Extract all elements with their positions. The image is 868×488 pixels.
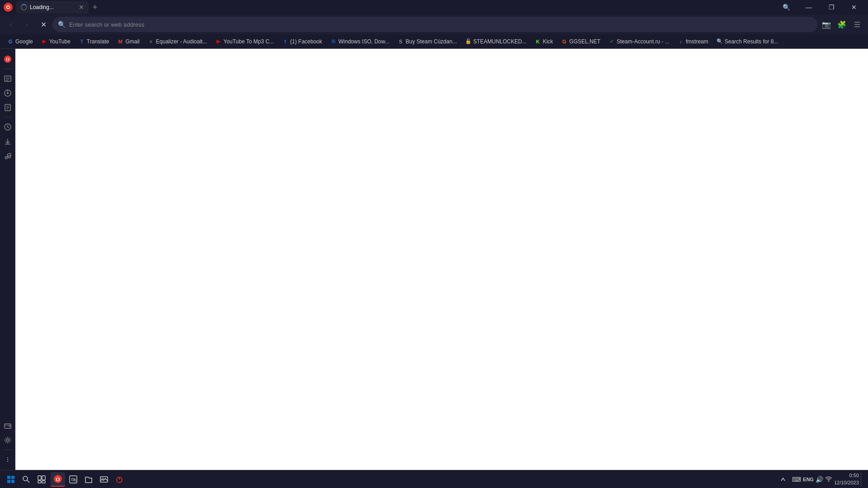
close-button[interactable]: ✕	[844, 0, 864, 14]
svg-text:🛍: 🛍	[71, 477, 76, 482]
sidebar: O	[0, 49, 15, 470]
camera-icon-button[interactable]: 📷	[819, 17, 834, 32]
bookmark-google-label: Google	[15, 38, 33, 45]
back-button[interactable]: ‹	[4, 17, 18, 32]
clock-date: 12/10/2023	[834, 479, 859, 486]
sidebar-music-icon[interactable]	[1, 149, 14, 163]
sidebar-speed-dial-icon[interactable]	[1, 86, 14, 100]
svg-point-46	[828, 480, 829, 481]
bookmark-steam-cuz[interactable]: S Buy Steam Cüzdan...	[394, 38, 460, 46]
taskbar-photos-icon[interactable]	[97, 472, 111, 487]
taskbar-search-button[interactable]	[19, 472, 33, 487]
steam-cuz-favicon: S	[397, 38, 404, 45]
bookmark-steamunlocked[interactable]: 🔓 STEAMUNLOCKED...	[462, 38, 530, 46]
tab-bar: Loading... ✕ +	[14, 1, 774, 14]
address-bar-container: 🔍	[52, 17, 817, 32]
title-bar: O Loading... ✕ + 🔍 — ❐ ✕	[0, 0, 868, 14]
system-tray: ⌨ ENG 🔊 0:50 12/10/2023	[776, 472, 864, 487]
tab-close-button[interactable]: ✕	[79, 4, 84, 11]
sidebar-downloads-icon[interactable]	[1, 135, 14, 148]
svg-rect-35	[42, 476, 45, 480]
sidebar-divider-bottom	[3, 450, 12, 450]
google-favicon: G	[7, 38, 14, 45]
sidebar-settings-icon[interactable]	[1, 433, 14, 447]
bookmark-google[interactable]: G Google	[4, 38, 37, 46]
extensions-button[interactable]: 🧩	[835, 17, 849, 32]
fmstream-favicon: ♪	[678, 38, 684, 45]
bookmark-gmail[interactable]: M Gmail	[113, 38, 143, 46]
content-area	[15, 49, 868, 470]
svg-text:O: O	[56, 476, 60, 483]
clock[interactable]: 0:50 12/10/2023	[834, 472, 859, 486]
taskbar-store-icon[interactable]: 🛍	[66, 472, 80, 487]
bookmark-search-results[interactable]: 🔍 Search Results for 8...	[713, 38, 782, 46]
steam-account-favicon: ✓	[609, 38, 615, 45]
svg-rect-34	[38, 476, 41, 480]
facebook-favicon: f	[282, 38, 288, 45]
tray-keyboard[interactable]: ⌨	[792, 476, 801, 483]
search-button[interactable]: 🔍	[776, 0, 797, 14]
bookmark-facebook[interactable]: f (1) Facebook	[278, 38, 326, 46]
taskbar-pinned-apps: O 🛍	[51, 472, 127, 487]
bookmark-youtube[interactable]: ▶ YouTube	[38, 38, 74, 46]
forward-button[interactable]: ›	[20, 17, 34, 32]
ytmp3-favicon: ▶	[215, 38, 222, 45]
task-view-button[interactable]	[34, 472, 49, 487]
sidebar-history-icon[interactable]	[1, 120, 14, 134]
svg-line-20	[7, 153, 10, 154]
tray-language[interactable]: ENG	[803, 477, 814, 482]
steamunlocked-favicon: 🔓	[465, 38, 472, 45]
tray-show-hidden[interactable]	[776, 472, 790, 487]
taskbar-shutdown-icon[interactable]	[112, 472, 127, 487]
bookmark-youtube-label: YouTube	[49, 38, 71, 45]
equalizer-favicon: ≡	[148, 38, 154, 45]
address-bar-search-icon: 🔍	[58, 21, 66, 28]
tray-network[interactable]	[825, 476, 832, 483]
title-bar-right: 🔍 — ❐ ✕	[776, 0, 864, 14]
bookmark-facebook-label: (1) Facebook	[290, 38, 322, 45]
ggsel-favicon: G	[561, 38, 567, 45]
bookmark-fmstream-label: fmstream	[686, 38, 708, 45]
sidebar-wallet-icon[interactable]	[1, 419, 14, 432]
bookmark-windows-iso[interactable]: ⊞ Windows ISO, Dow...	[327, 38, 393, 46]
start-button[interactable]	[4, 472, 18, 487]
translate-favicon: T	[79, 38, 85, 45]
bookmark-equalizer-label: Equalizer - Audioalt...	[156, 38, 207, 45]
stop-button[interactable]: ✕	[36, 17, 51, 32]
new-tab-button[interactable]: +	[90, 2, 100, 13]
sidebar-divider-2	[3, 117, 12, 117]
bookmark-steam-cuz-label: Buy Steam Cüzdan...	[406, 38, 457, 45]
opera-logo-icon[interactable]: O	[4, 3, 13, 12]
sidebar-opera-icon[interactable]: O	[1, 52, 14, 66]
active-tab[interactable]: Loading... ✕	[16, 1, 89, 14]
sidebar-news-icon[interactable]	[1, 72, 14, 85]
svg-point-25	[7, 457, 8, 458]
bookmark-kick[interactable]: K Kick	[531, 38, 557, 46]
bookmark-equalizer[interactable]: ≡ Equalizer - Audioalt...	[144, 38, 211, 46]
sidebar-bookmarks-icon[interactable]	[1, 101, 14, 114]
tab-title: Loading...	[30, 4, 74, 10]
taskbar-opera-icon[interactable]: O	[51, 472, 65, 487]
bookmark-ggsel[interactable]: G GGSEL.NET	[557, 38, 604, 46]
bookmark-translate[interactable]: T Translate	[75, 38, 113, 46]
svg-text:O: O	[6, 57, 9, 62]
taskbar-files-icon[interactable]	[81, 472, 96, 487]
bookmark-steamunlocked-label: STEAMUNLOCKED...	[473, 38, 527, 45]
menu-button[interactable]: ☰	[850, 17, 864, 32]
svg-point-22	[9, 426, 10, 427]
minimize-button[interactable]: —	[798, 0, 819, 14]
restore-button[interactable]: ❐	[821, 0, 842, 14]
address-input[interactable]	[69, 21, 812, 28]
bookmark-kick-label: Kick	[543, 38, 553, 45]
title-bar-left: O	[4, 3, 13, 12]
svg-rect-37	[42, 481, 45, 483]
bookmark-translate-label: Translate	[87, 38, 109, 45]
sidebar-more-icon[interactable]	[1, 453, 14, 466]
show-desktop-button[interactable]	[861, 472, 864, 487]
tray-speaker[interactable]: 🔊	[816, 476, 823, 483]
start-area	[4, 472, 49, 487]
bookmarks-bar: G Google ▶ YouTube T Translate M Gmail ≡…	[0, 34, 868, 49]
bookmark-steam-account[interactable]: ✓ Steam-Account.ru - ...	[605, 38, 673, 46]
bookmark-ytmp3[interactable]: ▶ YouTube To Mp3 C...	[212, 38, 278, 46]
bookmark-fmstream[interactable]: ♪ fmstream	[674, 38, 712, 46]
